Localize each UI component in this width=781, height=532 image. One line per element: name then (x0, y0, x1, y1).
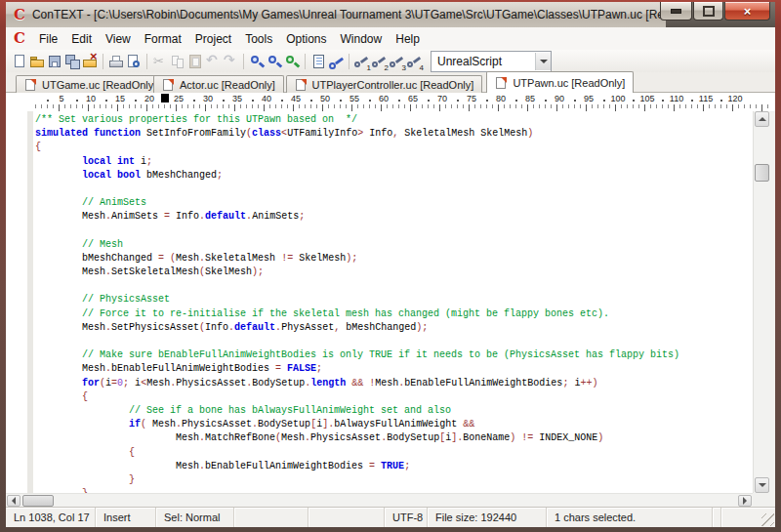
document-icon (295, 78, 308, 92)
paste-button[interactable] (186, 53, 204, 70)
user-command-3-button[interactable]: 3 (389, 53, 406, 70)
code-line: // Force it to re-initialise if the skel… (35, 307, 753, 321)
environment-options-button[interactable] (327, 53, 345, 70)
new-file-button[interactable] (11, 53, 28, 70)
user-command-4-button[interactable]: 4 (406, 53, 424, 70)
ruler-dot (310, 100, 312, 102)
ruler-dot (457, 100, 459, 102)
save-all-button[interactable] (63, 53, 81, 70)
tab-label: UTPlayerController.uc [ReadOnly] (312, 79, 474, 91)
status-panel-7: 1 chars selected. (547, 508, 713, 527)
menu-help[interactable]: Help (389, 29, 427, 49)
ruler-dot (662, 100, 664, 102)
replace-button[interactable] (283, 53, 301, 70)
scroll-down-button[interactable] (755, 477, 769, 493)
code-line: // Mesh (35, 238, 753, 252)
menu-tools[interactable]: Tools (238, 29, 279, 49)
close-file-button[interactable] (81, 53, 99, 70)
vertical-scrollbar[interactable] (753, 111, 770, 493)
title-bar[interactable]: C ConTEXT - [C:\Users\Robin\Documents\My… (6, 2, 775, 28)
arrow-up-icon (759, 117, 766, 121)
code-line: Mesh.SetSkeletalMesh(SkelMesh); (35, 266, 753, 279)
code-line (35, 225, 753, 238)
open-file-button[interactable] (28, 53, 46, 70)
code-line: { (35, 446, 753, 460)
code-templates-button[interactable] (309, 53, 327, 70)
ruler-label: 115 (699, 94, 713, 103)
find-button[interactable] (248, 53, 266, 70)
ruler-dot (574, 100, 576, 102)
toolbar: 1234UnrealScript (6, 50, 775, 73)
dropdown-button[interactable] (535, 53, 551, 70)
maximize-button[interactable] (693, 2, 723, 20)
minimize-icon (671, 9, 681, 14)
maximize-icon (703, 6, 715, 17)
code-editor[interactable]: /** Set various properties for this UTPa… (6, 111, 753, 493)
file-tab-bar: UTGame.uc [ReadOnly]Actor.uc [ReadOnly]U… (6, 72, 775, 93)
chevron-down-icon (540, 60, 548, 63)
resize-grip[interactable] (761, 513, 774, 526)
tab-utgame-uc[interactable]: UTGame.uc [ReadOnly] (16, 75, 165, 93)
ruler-dot (369, 100, 371, 102)
code-line: // Make sure bEnableFullAnimWeightBodies… (35, 348, 753, 362)
scrollbar-corner (753, 493, 770, 507)
toolbar-separator (143, 53, 151, 70)
close-button[interactable]: × (724, 2, 770, 20)
ruler-dot (281, 100, 283, 102)
ruler-label: 45 (291, 94, 301, 103)
ruler-label: 50 (320, 94, 330, 103)
print-preview-button[interactable] (125, 53, 143, 70)
tab-actor-uc[interactable]: Actor.uc [ReadOnly] (153, 75, 284, 93)
ruler-label: 90 (555, 94, 564, 103)
ruler-dot (252, 100, 254, 102)
scroll-right-button[interactable] (738, 495, 752, 507)
find-next-button[interactable] (266, 53, 283, 70)
column-ruler: 5101520253035404550556065707580859095100… (6, 93, 775, 112)
horizontal-scrollbar-thumb[interactable] (22, 495, 54, 507)
code-line: if( Mesh.PhysicsAsset.BodySetup[i].bAlwa… (35, 418, 753, 431)
status-panel-5: UTF-8 (385, 508, 428, 527)
status-panel-3 (234, 508, 308, 527)
copy-button[interactable] (169, 53, 186, 70)
menu-format[interactable]: Format (138, 29, 188, 49)
status-panel-4 (308, 508, 385, 527)
ruler-label: 35 (232, 94, 242, 103)
ruler-dot (340, 100, 342, 102)
ruler-dot (398, 100, 400, 102)
ruler-label: 70 (437, 94, 447, 103)
ruler-label: 105 (639, 94, 654, 103)
code-line: local bool bMeshChanged; (35, 169, 753, 183)
cut-button[interactable] (151, 53, 169, 70)
ruler-cursor-marker (161, 94, 169, 102)
ruler-label: 5 (59, 94, 63, 103)
menu-project[interactable]: Project (188, 29, 238, 49)
code-line: // PhysicsAsset (35, 293, 753, 307)
user-command-1-button[interactable]: 1 (353, 53, 371, 70)
save-file-button[interactable] (46, 53, 63, 70)
code-line: for(i=0; i<Mesh.PhysicsAsset.BodySetup.l… (35, 377, 753, 390)
window-client-area: C ConTEXT - [C:\Users\Robin\Documents\My… (6, 2, 775, 527)
menu-window[interactable]: Window (334, 29, 390, 49)
print-button[interactable] (107, 53, 125, 70)
tab-utplayercontroller-uc[interactable]: UTPlayerController.uc [ReadOnly] (286, 75, 483, 93)
syntax-highlighter-select[interactable]: UnrealScript (431, 51, 552, 72)
minimize-button[interactable] (660, 2, 692, 20)
code-line: // AnimSets (35, 196, 753, 210)
vertical-scrollbar-thumb[interactable] (755, 164, 769, 182)
document-app-icon: C (14, 31, 25, 46)
ruler-label: 85 (525, 94, 535, 103)
document-icon (162, 78, 175, 92)
tab-utpawn-uc[interactable]: UTPawn.uc [ReadOnly] (486, 71, 634, 93)
menu-edit[interactable]: Edit (64, 29, 99, 49)
menu-options[interactable]: Options (279, 29, 333, 49)
redo-button[interactable] (222, 53, 239, 70)
horizontal-scrollbar[interactable] (6, 493, 753, 508)
user-command-2-button[interactable]: 2 (371, 53, 389, 70)
scroll-up-button[interactable] (755, 111, 769, 127)
menu-view[interactable]: View (99, 29, 138, 49)
ruler-label: 65 (408, 94, 418, 103)
status-panel-6: File size: 192440 (428, 508, 547, 527)
menu-file[interactable]: File (32, 29, 64, 49)
scroll-left-button[interactable] (7, 495, 21, 507)
undo-button[interactable] (204, 53, 222, 70)
